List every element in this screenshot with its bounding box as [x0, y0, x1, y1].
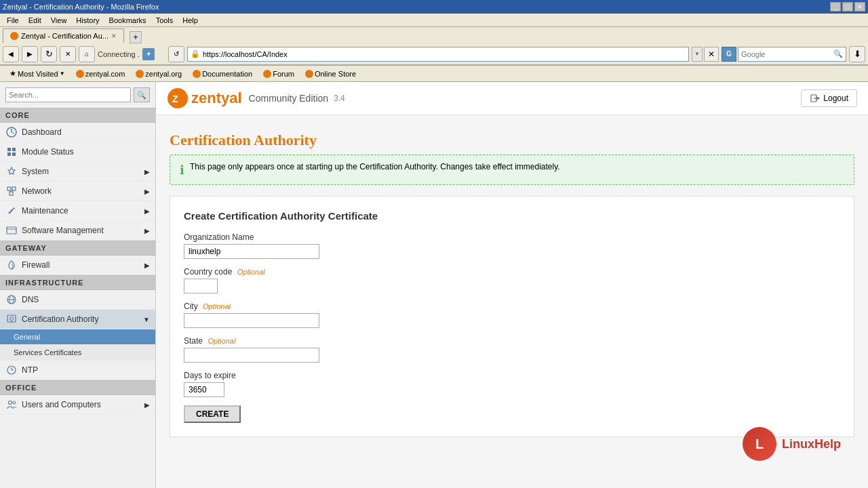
system-chevron-icon: ▶	[144, 168, 150, 176]
lock-icon: 🔒	[191, 49, 200, 58]
sidebar-search-input[interactable]	[5, 87, 131, 102]
state-optional-text: Optional	[208, 337, 235, 345]
info-box: ℹ This page only appears once at startin…	[170, 155, 854, 185]
loading-icon[interactable]: ✦	[142, 48, 155, 60]
sidebar-item-firewall[interactable]: Firewall ▶	[0, 256, 155, 275]
sidebar-item-maintenance[interactable]: Maintenance ▶	[0, 201, 155, 221]
menu-view[interactable]: View	[47, 15, 71, 26]
svg-point-20	[9, 401, 12, 405]
sidebar-item-services-certs[interactable]: Services Certificates	[0, 345, 155, 361]
sidebar-item-software-management[interactable]: Software Management ▶	[0, 221, 155, 241]
svg-point-17	[10, 317, 14, 321]
bookmark-forum[interactable]: Forum	[259, 68, 298, 79]
search-input[interactable]	[741, 50, 832, 58]
stop-btn[interactable]: ✕	[60, 46, 76, 62]
logout-label: Logout	[823, 94, 848, 103]
maintenance-label: Maintenance	[22, 206, 68, 216]
sidebar-item-ntp[interactable]: NTP	[0, 361, 155, 380]
menu-history[interactable]: History	[72, 15, 103, 26]
back-btn[interactable]: ◀	[3, 46, 19, 62]
bookmark-documentation[interactable]: Documentation	[189, 68, 256, 79]
refresh-nav-btn[interactable]: ↺	[168, 46, 184, 62]
sidebar-item-dns[interactable]: DNS	[0, 290, 155, 310]
version-text: 3.4	[334, 94, 345, 103]
forward-btn[interactable]: ▶	[22, 46, 38, 62]
state-input[interactable]	[184, 348, 319, 363]
city-optional-text: Optional	[203, 302, 231, 310]
most-visited-label: Most Visited	[18, 70, 58, 78]
svg-rect-11	[7, 227, 16, 234]
bookmark-zentyal-com[interactable]: zentyal.com	[72, 68, 130, 79]
docs-label: Documentation	[202, 70, 252, 78]
home-btn[interactable]: ⌂	[79, 46, 95, 62]
active-tab[interactable]: Zentyal - Certification Au... ✕	[3, 28, 124, 43]
days-input[interactable]	[184, 382, 224, 397]
edition-text: Community Edition	[249, 93, 329, 104]
create-btn[interactable]: CREATE	[184, 405, 241, 423]
module-status-icon	[5, 146, 18, 158]
tab-close-btn[interactable]: ✕	[111, 33, 117, 39]
minimize-btn[interactable]: _	[830, 2, 841, 12]
content-inner: Certification Authority ℹ This page only…	[156, 115, 868, 456]
svg-rect-1	[7, 148, 11, 151]
menu-edit[interactable]: Edit	[24, 15, 45, 26]
store-icon	[305, 70, 313, 78]
state-group: State Optional	[184, 336, 840, 363]
services-certs-label: Services Certificates	[14, 348, 81, 357]
bookmark-online-store[interactable]: Online Store	[301, 68, 360, 79]
toolbar: ◀ ▶ ↻ ✕ ⌂ Connecting . ✦ ↺ 🔒 https://loc…	[0, 43, 868, 65]
reload-btn[interactable]: ↻	[41, 46, 57, 62]
sidebar-section-infrastructure: INFRASTRUCTURE	[0, 275, 155, 290]
sidebar-item-module-status[interactable]: Module Status	[0, 142, 155, 162]
network-icon	[5, 185, 18, 197]
page-title: Certification Authority	[170, 131, 854, 149]
url-dropdown-btn[interactable]: ▼	[692, 47, 703, 62]
sidebar-item-network[interactable]: Network ▶	[0, 182, 155, 201]
network-chevron-icon: ▶	[144, 188, 150, 195]
cert-chevron-icon: ▼	[143, 316, 150, 323]
forum-label: Forum	[273, 70, 294, 78]
system-icon	[5, 165, 18, 178]
logout-btn[interactable]: Logout	[801, 89, 857, 107]
dashboard-icon	[5, 126, 18, 138]
sidebar-search-btn[interactable]: 🔍	[134, 87, 150, 102]
users-computers-label: Users and Computers	[22, 400, 101, 409]
sidebar-item-system[interactable]: System ▶	[0, 162, 155, 182]
linuxhelp-logo: L LinuxHelp	[743, 427, 841, 461]
search-bar[interactable]: 🔍	[738, 47, 846, 62]
menu-tools[interactable]: Tools	[152, 15, 178, 26]
sidebar-item-general[interactable]: General	[0, 329, 155, 345]
maintenance-chevron-icon: ▶	[144, 207, 150, 215]
bookmarks-bar: ★ Most Visited ▼ zentyal.com zentyal.org…	[0, 66, 868, 82]
docs-icon	[193, 70, 201, 78]
city-input[interactable]	[184, 313, 319, 328]
org-name-label: Organization Name	[184, 232, 840, 242]
logout-icon	[810, 93, 821, 104]
firewall-label: Firewall	[22, 260, 50, 270]
sidebar-item-cert-authority[interactable]: Certification Authority ▼	[0, 310, 155, 329]
url-stop-btn[interactable]: ✕	[704, 47, 719, 62]
menu-bookmarks[interactable]: Bookmarks	[105, 15, 151, 26]
svg-rect-6	[12, 187, 16, 190]
address-bar[interactable]: 🔒 https://localhost/CA/Index	[187, 47, 689, 62]
maximize-btn[interactable]: □	[842, 2, 853, 12]
window-controls[interactable]: _ □ ✕	[830, 2, 865, 12]
new-tab-btn[interactable]: +	[130, 31, 142, 43]
sidebar-item-dashboard[interactable]: Dashboard	[0, 123, 155, 142]
country-code-input[interactable]	[184, 279, 218, 293]
sidebar-section-office: OFFICE	[0, 380, 155, 395]
bookmark-zentyal-org[interactable]: zentyal.org	[132, 68, 186, 79]
search-engine-icon[interactable]: G	[722, 47, 736, 62]
search-container: G 🔍	[722, 47, 846, 62]
close-btn[interactable]: ✕	[854, 2, 865, 12]
menu-bar: File Edit View History Bookmarks Tools H…	[0, 14, 868, 27]
info-message: This page only appears once at starting …	[190, 162, 560, 171]
org-name-input[interactable]	[184, 244, 319, 259]
dashboard-label: Dashboard	[22, 127, 62, 137]
menu-help[interactable]: Help	[178, 15, 202, 26]
bookmark-most-visited[interactable]: ★ Most Visited ▼	[5, 68, 69, 79]
menu-file[interactable]: File	[3, 15, 23, 26]
sidebar-item-users-computers[interactable]: Users and Computers ▶	[0, 395, 155, 415]
org-name-group: Organization Name	[184, 232, 840, 259]
download-btn[interactable]: ⬇	[849, 46, 865, 62]
